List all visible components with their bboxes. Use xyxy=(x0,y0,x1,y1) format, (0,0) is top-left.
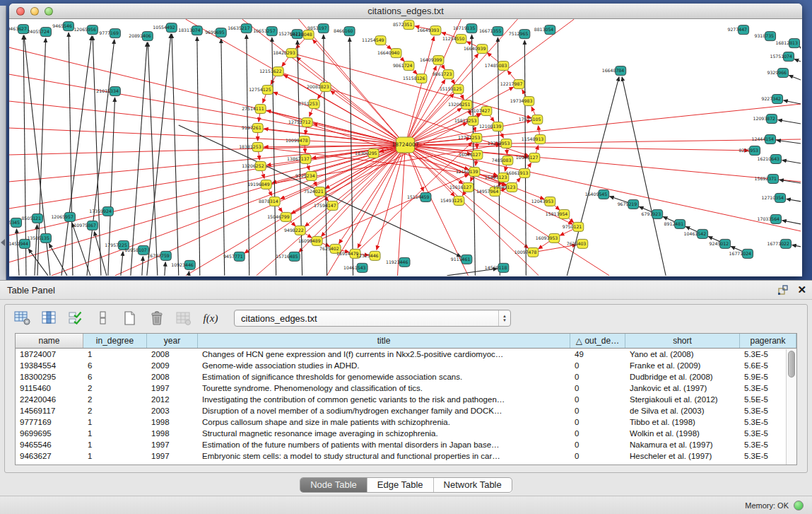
table-row[interactable]: 911546021997Tourette syndrome. Phenomeno… xyxy=(16,382,796,394)
svg-text:17033564: 17033564 xyxy=(758,216,780,221)
table-cell: Investigating the contribution of common… xyxy=(198,394,570,405)
svg-text:15046799: 15046799 xyxy=(267,214,290,219)
column-header-5[interactable]: short xyxy=(625,334,740,348)
collapse-arrow-icon[interactable] xyxy=(1,239,5,246)
table-row[interactable]: 977716911998Corpus callosum shape and si… xyxy=(16,416,796,428)
combobox-stepper-icon[interactable]: ▲▼ xyxy=(498,310,510,326)
table-cell: 9465546 xyxy=(16,439,83,450)
table-tabs: Node Table Edge Table Network Table xyxy=(300,477,512,493)
citation-network-graph[interactable]: 9463627240557249465546120659569777169208… xyxy=(9,19,801,276)
svg-text:12323446: 12323446 xyxy=(356,253,379,258)
tab-network-table[interactable]: Network Table xyxy=(434,478,512,492)
svg-text:8878314: 8878314 xyxy=(259,199,278,204)
svg-text:15813954: 15813954 xyxy=(546,211,568,216)
column-header-0[interactable]: name xyxy=(16,334,83,348)
svg-text:17957225: 17957225 xyxy=(105,243,127,247)
table-body[interactable]: 1872400712008Changes of HCN gene express… xyxy=(16,349,796,462)
table-cell: Corpus callosum shape and size in male p… xyxy=(198,416,570,428)
svg-text:12754125: 12754125 xyxy=(249,87,271,92)
float-panel-icon[interactable] xyxy=(777,284,789,296)
table-cell: 2009 xyxy=(147,360,198,371)
svg-text:9498222: 9498222 xyxy=(284,228,304,233)
rows-button[interactable] xyxy=(94,310,112,327)
column-header-3[interactable]: title xyxy=(198,334,570,348)
select-rows-button[interactable] xyxy=(67,310,86,327)
new-table-button[interactable] xyxy=(121,310,139,327)
table-cell: Estimation of significance thresholds fo… xyxy=(198,371,570,382)
svg-text:21015334: 21015334 xyxy=(96,88,119,93)
network-desktop: citations_edges.txt 94636272405572494655… xyxy=(0,0,812,280)
svg-text:15158126: 15158126 xyxy=(403,76,425,81)
svg-text:15154459: 15154459 xyxy=(407,194,430,199)
node-table[interactable]: namein_degreeyeartitle△ out_de…shortpage… xyxy=(15,333,797,465)
column-header-1[interactable]: in_degree xyxy=(83,334,147,348)
memory-status-indicator[interactable] xyxy=(794,501,804,510)
scrollbar-thumb[interactable] xyxy=(788,351,795,378)
table-select-combobox[interactable]: citations_edges.txt ▲▼ xyxy=(234,310,511,327)
tab-node-table[interactable]: Node Table xyxy=(300,478,367,492)
close-panel-icon[interactable]: ✕ xyxy=(797,284,806,296)
table-cell: 1 xyxy=(83,349,147,360)
svg-text:9861724: 9861724 xyxy=(393,63,413,68)
table-cell: 6 xyxy=(83,371,147,382)
svg-text:6791923: 6791923 xyxy=(642,211,661,216)
svg-text:9465546: 9465546 xyxy=(52,23,72,28)
svg-text:18381253: 18381253 xyxy=(239,144,261,149)
table-row[interactable]: 969969511998Structural magnetic resonanc… xyxy=(16,428,796,439)
svg-text:9725234: 9725234 xyxy=(295,173,315,178)
table-row[interactable]: 946554611997Estimation of the future num… xyxy=(16,439,796,450)
column-header-6[interactable]: pagerank xyxy=(740,334,796,348)
new-document-icon xyxy=(122,310,139,326)
table-cell: 14569117 xyxy=(16,405,83,416)
column-header-2[interactable]: year xyxy=(147,334,198,348)
svg-text:15158125: 15158125 xyxy=(440,86,462,91)
table-cell: 1998 xyxy=(147,416,198,428)
svg-text:10554492: 10554492 xyxy=(153,25,175,30)
tab-edge-table[interactable]: Edge Table xyxy=(367,478,434,492)
svg-text:7485083: 7485083 xyxy=(492,158,512,163)
delete-table-button[interactable] xyxy=(148,310,166,327)
table-settings-button[interactable] xyxy=(13,310,32,327)
column-header-4[interactable]: △ out_de… xyxy=(570,334,625,348)
svg-text:8572351: 8572351 xyxy=(393,22,413,27)
table-cell: Dudbridge et al. (2008) xyxy=(625,371,740,382)
window-titlebar[interactable]: citations_edges.txt xyxy=(9,4,802,19)
network-canvas[interactable]: 9463627240557249465546120659569777169208… xyxy=(9,19,801,276)
svg-text:16635217: 16635217 xyxy=(228,25,250,30)
svg-text:16649393: 16649393 xyxy=(417,28,440,33)
table-cell: Structural magnetic resonance image aver… xyxy=(198,428,570,439)
import-table-button[interactable] xyxy=(175,310,193,327)
table-vertical-scrollbar[interactable] xyxy=(786,349,796,465)
table-row[interactable]: 1938455462009Genome-wide association stu… xyxy=(16,360,796,371)
table-cell: de Silva et al. (2003) xyxy=(625,405,740,416)
svg-text:9679219: 9679219 xyxy=(618,201,637,206)
table-cell: 1997 xyxy=(147,450,198,462)
table-cell: 2008 xyxy=(147,349,198,360)
table-row[interactable]: 1830029562008Estimation of significance … xyxy=(16,371,796,382)
table-row[interactable]: 1456911722003Disruption of a novel membe… xyxy=(16,405,796,416)
svg-text:9777169: 9777169 xyxy=(99,30,119,35)
table-panel-titlebar: Table Panel ✕ xyxy=(0,281,812,300)
svg-text:13867137: 13867137 xyxy=(287,156,310,161)
svg-text:12710354: 12710354 xyxy=(762,195,784,200)
table-row[interactable]: 946362711997Embryonic stem cells: a mode… xyxy=(16,450,796,462)
table-row[interactable]: 2242004622012Investigating the contribut… xyxy=(16,394,796,405)
table-cell: 9463627 xyxy=(16,450,83,462)
network-window[interactable]: citations_edges.txt 94636272405572494655… xyxy=(9,4,802,276)
table-settings-icon xyxy=(14,310,31,326)
left-splitter[interactable] xyxy=(0,6,6,280)
svg-text:15813253: 15813253 xyxy=(454,118,477,123)
function-builder-button[interactable]: f(x) xyxy=(201,310,220,327)
svg-text:13505135: 13505135 xyxy=(27,235,49,240)
svg-text:12160139: 12160139 xyxy=(456,169,478,174)
table-header-row[interactable]: namein_degreeyeartitle△ out_de…shortpage… xyxy=(16,334,796,349)
table-column-button[interactable] xyxy=(40,310,59,327)
svg-text:16648784: 16648784 xyxy=(602,68,625,73)
svg-text:15751074: 15751074 xyxy=(770,54,793,59)
table-cell: 1998 xyxy=(147,428,198,439)
table-row[interactable]: 1872400712008Changes of HCN gene express… xyxy=(16,349,796,360)
table-cell: Hescheler et al. (1997) xyxy=(625,450,740,462)
svg-text:10099478: 10099478 xyxy=(286,138,308,143)
table-cell: Disruption of a novel member of a sodium… xyxy=(198,405,570,416)
table-panel: Table Panel ✕ xyxy=(0,280,812,514)
